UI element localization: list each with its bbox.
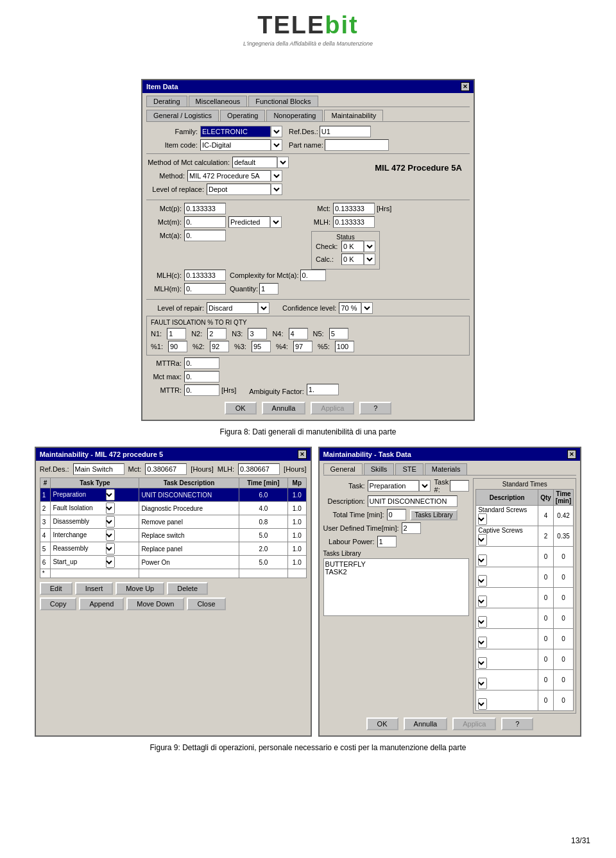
- n2-input[interactable]: [207, 328, 227, 339]
- std-desc-input[interactable]: [478, 609, 536, 616]
- ambiguity-input[interactable]: [307, 384, 339, 395]
- copy-button[interactable]: Copy: [40, 597, 77, 610]
- user-defined-input[interactable]: [402, 522, 421, 534]
- ok-button[interactable]: OK: [225, 402, 257, 415]
- std-desc-input[interactable]: [478, 547, 536, 554]
- std-table-row[interactable]: ▼ 0 0: [476, 547, 574, 567]
- std-desc-select[interactable]: ▼: [478, 616, 487, 628]
- std-table-row[interactable]: ▼ 0 0: [476, 588, 574, 608]
- maint-mlh-input[interactable]: [238, 463, 280, 475]
- std-desc-select[interactable]: ▼: [478, 637, 487, 648]
- std-desc-input[interactable]: [478, 568, 536, 575]
- p2-input[interactable]: [210, 341, 229, 352]
- edit-button[interactable]: Edit: [40, 582, 73, 595]
- mttr-input[interactable]: [184, 384, 219, 396]
- method-select[interactable]: ▼: [271, 170, 282, 182]
- delete-button[interactable]: Delete: [167, 582, 208, 595]
- std-table-row[interactable]: ▼ 4 0.42: [476, 506, 574, 526]
- task-type-input[interactable]: [53, 504, 104, 511]
- help-button[interactable]: ?: [359, 402, 391, 415]
- std-table-row[interactable]: ▼ 0 0: [476, 649, 574, 670]
- mlh-input[interactable]: [333, 216, 375, 228]
- table-row[interactable]: 1 ▼ UNIT DISCONNECTION 6.0 1.0: [40, 488, 306, 502]
- p3-input[interactable]: [252, 341, 271, 352]
- p4-input[interactable]: [293, 341, 312, 352]
- predicted-select[interactable]: ▼: [270, 216, 282, 228]
- mct-p-input[interactable]: [184, 203, 226, 214]
- complexity-input[interactable]: [300, 270, 326, 281]
- level-repair-input[interactable]: [207, 302, 258, 314]
- mct-input[interactable]: [333, 203, 375, 214]
- n1-input[interactable]: [167, 328, 186, 339]
- table-row[interactable]: 2 ▼ Diagnostic Procedure 4.0 1.0: [40, 502, 306, 515]
- task-type-input[interactable]: [53, 570, 104, 577]
- close-button[interactable]: Close: [187, 597, 225, 610]
- maint-ref-input[interactable]: [73, 463, 124, 475]
- task-num-input[interactable]: [450, 480, 469, 492]
- std-desc-input[interactable]: [478, 691, 536, 698]
- mlh-c-input[interactable]: [184, 270, 226, 281]
- tasks-lib-box[interactable]: BUTTERFLY TASK2: [323, 558, 470, 616]
- mttra-input[interactable]: [184, 357, 219, 369]
- method-input[interactable]: [187, 170, 271, 182]
- tab-general-logistics[interactable]: General / Logistics: [146, 110, 219, 121]
- move-up-button[interactable]: Move Up: [116, 582, 164, 595]
- std-desc-select[interactable]: ▼: [478, 657, 487, 669]
- task-type-select[interactable]: ▼: [106, 556, 115, 568]
- n5-input[interactable]: [329, 328, 348, 339]
- insert-button[interactable]: Insert: [75, 582, 114, 595]
- std-table-row[interactable]: ▼ 0 0: [476, 670, 574, 691]
- labour-power-input[interactable]: [377, 536, 397, 547]
- tasks-lib-item-task2[interactable]: TASK2: [325, 568, 468, 576]
- task-type-input[interactable]: [53, 558, 104, 565]
- desc-input[interactable]: [368, 495, 458, 507]
- check-select[interactable]: ▼: [364, 241, 375, 252]
- task-type-select[interactable]: ▼: [106, 489, 115, 501]
- tasks-lib-item-butterfly[interactable]: BUTTERFLY: [325, 560, 468, 568]
- family-select[interactable]: ▼: [271, 126, 282, 137]
- tab-nonoperating[interactable]: Nonoperating: [266, 110, 323, 121]
- partname-input[interactable]: [325, 139, 389, 151]
- move-down-button[interactable]: Move Down: [126, 597, 184, 610]
- std-desc-input[interactable]: [478, 671, 536, 678]
- append-button[interactable]: Append: [79, 597, 124, 610]
- n3-input[interactable]: [248, 328, 267, 339]
- task-applica-button[interactable]: Applica: [452, 717, 496, 730]
- tab-materials[interactable]: Materials: [425, 463, 468, 475]
- task-close-icon[interactable]: ✕: [567, 450, 576, 459]
- task-type-select[interactable]: ▼: [106, 502, 115, 514]
- task-type-select[interactable]: ▼: [106, 529, 115, 541]
- std-desc-select[interactable]: ▼: [478, 513, 487, 525]
- std-desc-input[interactable]: [478, 506, 536, 513]
- std-table-row[interactable]: ▼ 2 0.35: [476, 526, 574, 547]
- confidence-select[interactable]: ▼: [361, 302, 373, 314]
- std-desc-select[interactable]: ▼: [478, 596, 487, 607]
- std-desc-input[interactable]: [478, 527, 536, 534]
- std-table-row[interactable]: ▼ 0 0: [476, 629, 574, 649]
- table-row[interactable]: 5 ▼ Replace panel 2.0 1.0: [40, 542, 306, 556]
- table-row[interactable]: 4 ▼ Replace switch 5.0 1.0: [40, 529, 306, 542]
- std-desc-input[interactable]: [478, 588, 536, 596]
- tab-miscellaneous[interactable]: Miscellaneous: [189, 96, 248, 107]
- p5-input[interactable]: [335, 341, 354, 352]
- tab-operating[interactable]: Operating: [220, 110, 265, 121]
- quantity-input[interactable]: [259, 283, 278, 295]
- applica-button[interactable]: Applica: [311, 402, 354, 415]
- predicted-input[interactable]: [228, 216, 270, 228]
- level-repair-select[interactable]: ▼: [258, 302, 270, 314]
- std-desc-select[interactable]: ▼: [478, 534, 487, 545]
- task-annulla-button[interactable]: Annulla: [404, 717, 448, 730]
- tab-skills[interactable]: Skills: [364, 463, 395, 475]
- family-input[interactable]: [200, 126, 271, 137]
- tab-derating[interactable]: Derating: [146, 96, 187, 107]
- table-row[interactable]: *: [40, 569, 306, 578]
- check-input[interactable]: [341, 241, 364, 252]
- calc-input[interactable]: [341, 253, 364, 265]
- task-help-button[interactable]: ?: [501, 717, 533, 730]
- std-table-row[interactable]: ▼ 0 0: [476, 608, 574, 629]
- tab-maintainability[interactable]: Maintainability: [324, 110, 383, 121]
- task-select[interactable]: ▼: [419, 480, 431, 492]
- tab-ste[interactable]: STE: [395, 463, 423, 475]
- itemcode-input[interactable]: [200, 139, 271, 151]
- std-desc-select[interactable]: ▼: [478, 678, 487, 689]
